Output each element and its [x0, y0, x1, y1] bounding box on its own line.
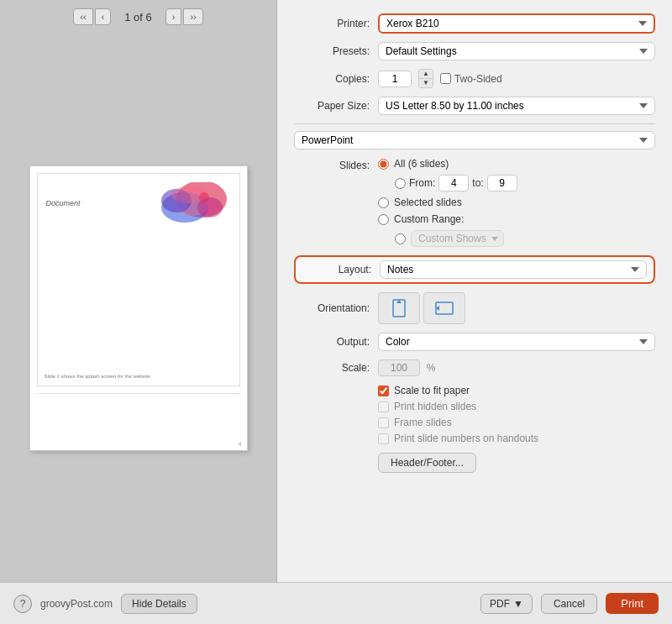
copies-control: ▲ ▼ Two-Sided — [378, 69, 655, 88]
slides-all-label: All (6 slides) — [394, 158, 449, 170]
two-sided-label[interactable]: Two-Sided — [440, 73, 502, 85]
orientation-buttons — [378, 292, 655, 324]
scale-input[interactable] — [378, 359, 420, 376]
output-row: Output: Color Grayscale Black & White — [294, 333, 655, 351]
output-control: Color Grayscale Black & White — [378, 333, 655, 351]
slide-content-area: Document Sl — [37, 173, 240, 386]
presets-control: Default Settings — [378, 42, 655, 60]
slides-custom-radio[interactable] — [378, 214, 389, 225]
presets-row: Presets: Default Settings — [294, 42, 655, 60]
presets-select[interactable]: Default Settings — [378, 42, 655, 60]
copies-label: Copies: — [294, 73, 370, 85]
slide-image — [139, 182, 231, 241]
scale-percent: % — [427, 362, 436, 374]
presets-label: Presets: — [294, 45, 370, 57]
slide-number: 4 — [239, 441, 242, 447]
orientation-row: Orientation: — [294, 292, 655, 324]
frame-slides-checkbox[interactable] — [378, 417, 389, 428]
site-label: groovyPost.com — [40, 598, 113, 610]
custom-shows-select[interactable]: Custom Shows — [411, 230, 504, 247]
print-settings-panel: Printer: Xerox B210 Presets: Default Set… — [277, 0, 672, 582]
print-hidden-row: Print hidden slides — [378, 401, 655, 412]
scale-label: Scale: — [294, 362, 370, 374]
slide-numbers-checkbox[interactable] — [378, 433, 389, 444]
printer-select[interactable]: Xerox B210 — [378, 13, 655, 34]
slides-section: Slides: All (6 slides) From: to: — [294, 158, 655, 247]
last-slide-button[interactable]: ›› — [183, 8, 202, 25]
checkboxes-section: Scale to fit paper Print hidden slides F… — [378, 385, 655, 444]
slide-caption: Slide 1 shows the splash screen for the … — [45, 374, 150, 379]
pdf-label: PDF — [490, 598, 510, 610]
slides-shows-radio[interactable] — [395, 233, 406, 244]
slide-title: Document — [46, 199, 81, 207]
svg-point-6 — [174, 199, 187, 212]
copies-decrement[interactable]: ▼ — [419, 79, 433, 87]
output-select[interactable]: Color Grayscale Black & White — [378, 333, 655, 351]
layout-row: Layout: Notes Slides Handouts (2 slides … — [294, 255, 655, 284]
frame-slides-label: Frame slides — [394, 417, 452, 428]
next-arrows[interactable]: › ›› — [165, 8, 203, 25]
layout-label: Layout: — [302, 264, 371, 275]
slides-selected-radio[interactable] — [378, 197, 389, 208]
copies-input[interactable] — [378, 71, 412, 87]
output-label: Output: — [294, 336, 370, 348]
slides-from-label: From: — [409, 177, 435, 189]
custom-shows-row: Custom Shows — [395, 230, 655, 247]
help-button[interactable]: ? — [13, 595, 32, 613]
frame-slides-row: Frame slides — [378, 417, 655, 428]
slide-navigation: ‹‹ ‹ 1 of 6 › ›› — [0, 0, 276, 34]
slide-numbers-label: Print slide numbers on handouts — [394, 433, 538, 444]
page-indicator: 1 of 6 — [118, 11, 159, 24]
header-footer-button[interactable]: Header/Footer... — [378, 453, 476, 473]
bottom-bar: ? groovyPost.com Hide Details PDF ▼ Canc… — [0, 582, 672, 624]
copies-row: Copies: ▲ ▼ Two-Sided — [294, 69, 655, 88]
paper-size-select[interactable]: US Letter 8.50 by 11.00 inches — [378, 97, 655, 115]
pdf-button[interactable]: PDF ▼ — [480, 594, 533, 614]
scale-to-fit-label: Scale to fit paper — [394, 385, 470, 396]
slides-options: All (6 slides) From: to: Selected slides — [378, 158, 655, 247]
prev-arrows[interactable]: ‹‹ ‹ — [73, 8, 111, 25]
slide-preview-container: Document Sl — [21, 34, 256, 582]
hide-details-button[interactable]: Hide Details — [121, 594, 197, 614]
slides-custom-label: Custom Range: — [394, 213, 464, 225]
slides-from-radio[interactable] — [395, 178, 406, 189]
printer-control: Xerox B210 — [378, 13, 655, 34]
slides-selected-label: Selected slides — [394, 197, 462, 208]
landscape-button[interactable] — [423, 292, 465, 324]
svg-point-7 — [199, 192, 209, 202]
copies-stepper[interactable]: ▲ ▼ — [418, 69, 433, 88]
paper-size-row: Paper Size: US Letter 8.50 by 11.00 inch… — [294, 97, 655, 115]
orientation-label: Orientation: — [294, 302, 370, 314]
scale-control: % — [378, 359, 655, 376]
portrait-button[interactable] — [378, 292, 420, 324]
slide-numbers-row: Print slide numbers on handouts — [378, 433, 655, 444]
pdf-arrow-icon: ▼ — [513, 598, 523, 610]
cancel-button[interactable]: Cancel — [541, 594, 597, 614]
slides-all-radio[interactable] — [378, 159, 389, 170]
slides-custom-range-row: Custom Range: — [378, 213, 655, 225]
print-button[interactable]: Print — [606, 593, 659, 614]
scale-to-fit-checkbox[interactable] — [378, 385, 389, 396]
slide-preview: Document Sl — [29, 165, 248, 451]
print-driver-select[interactable]: PowerPoint — [294, 131, 655, 149]
bottom-left: ? groovyPost.com Hide Details — [13, 594, 291, 614]
preview-panel: ‹‹ ‹ 1 of 6 › ›› Document — [0, 0, 277, 582]
print-driver-control: PowerPoint — [294, 131, 655, 149]
scale-to-fit-row: Scale to fit paper — [378, 385, 655, 396]
slides-to-input[interactable] — [487, 175, 517, 191]
print-hidden-label: Print hidden slides — [394, 401, 476, 412]
layout-select[interactable]: Notes Slides Handouts (2 slides per page… — [380, 260, 647, 279]
two-sided-checkbox[interactable] — [440, 73, 451, 84]
slides-from-row: From: to: — [395, 175, 655, 191]
two-sided-text: Two-Sided — [454, 73, 502, 85]
first-slide-button[interactable]: ‹‹ — [73, 8, 92, 25]
slides-selected-row: Selected slides — [378, 197, 655, 208]
print-hidden-checkbox[interactable] — [378, 401, 389, 412]
paper-size-label: Paper Size: — [294, 100, 370, 112]
next-slide-button[interactable]: › — [165, 8, 182, 25]
print-driver-row: PowerPoint — [294, 131, 655, 149]
prev-slide-button[interactable]: ‹ — [95, 8, 112, 25]
slides-from-input[interactable] — [438, 175, 469, 191]
copies-increment[interactable]: ▲ — [419, 70, 433, 79]
bottom-right: PDF ▼ Cancel Print — [291, 593, 659, 614]
